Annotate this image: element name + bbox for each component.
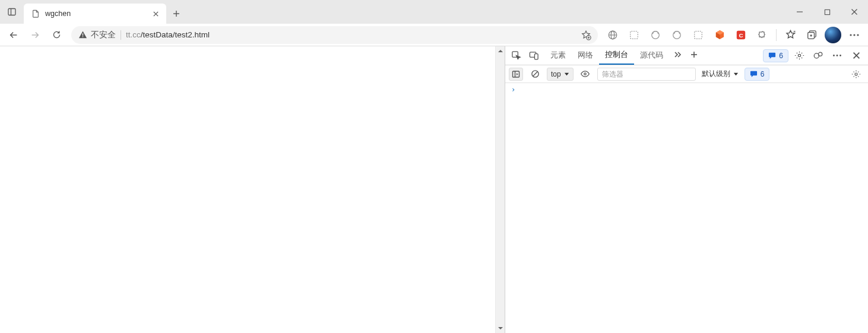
svg-point-52 [855, 73, 857, 75]
site-security-status[interactable]: 不安全 [78, 30, 116, 40]
extension-button-7[interactable]: C [731, 26, 751, 44]
caret-down-icon [733, 71, 739, 77]
c-badge-icon: C [736, 30, 746, 40]
svg-point-39 [798, 54, 800, 56]
devtools-close-button[interactable] [848, 47, 864, 64]
devtools-settings-button[interactable] [791, 47, 807, 64]
svg-rect-47 [513, 71, 519, 77]
collections-button[interactable] [802, 26, 822, 44]
devtools-tab-console[interactable]: 控制台 [599, 46, 634, 65]
profile-button[interactable] [823, 26, 843, 44]
settings-menu-button[interactable] [844, 26, 864, 44]
plus-icon [690, 50, 698, 59]
extension-button-3[interactable] [645, 26, 666, 44]
arrow-right-icon [30, 30, 40, 40]
circle-arc-icon [650, 30, 661, 40]
nav-back-button[interactable] [4, 26, 24, 44]
browser-tab[interactable]: wgchen [24, 4, 166, 24]
console-settings-button[interactable] [848, 66, 864, 83]
more-horizontal-icon [832, 54, 842, 57]
window-close-button[interactable] [841, 0, 868, 24]
page-body[interactable] [0, 46, 495, 333]
context-value: top [551, 70, 561, 78]
refresh-icon [52, 30, 62, 40]
close-icon [851, 8, 858, 15]
panel-left-icon [512, 70, 520, 78]
console-context-select[interactable]: top [547, 68, 574, 81]
tab-label: 控制台 [605, 50, 628, 60]
console-filter-input[interactable] [597, 68, 696, 81]
console-level-select[interactable]: 默认级别 [699, 69, 741, 79]
window-minimize-button[interactable] [786, 0, 813, 24]
window-maximize-button[interactable] [813, 0, 841, 24]
caret-up-icon [498, 48, 503, 54]
extension-button-2[interactable] [624, 26, 644, 44]
scroll-up-button[interactable] [496, 46, 505, 56]
devtools-menu-button[interactable] [829, 47, 845, 64]
svg-rect-36 [534, 54, 538, 59]
extension-button-1[interactable] [603, 26, 623, 44]
titlebar-drag-area [186, 0, 786, 24]
devtools-more-tabs-button[interactable] [669, 46, 686, 63]
issues-count: 6 [779, 52, 783, 60]
console-prompt-icon: › [511, 85, 515, 94]
tab-title: wgchen [45, 9, 145, 18]
page-icon [31, 9, 40, 18]
nav-refresh-button[interactable] [46, 26, 66, 44]
svg-point-31 [850, 34, 851, 36]
svg-rect-23 [695, 31, 702, 39]
page-scrollbar[interactable] [495, 46, 505, 333]
security-label: 不安全 [91, 30, 116, 40]
message-icon [750, 70, 758, 78]
device-toggle-button[interactable] [525, 47, 542, 64]
new-tab-button[interactable] [166, 9, 186, 18]
warning-icon [78, 30, 87, 39]
devtools-feedback-button[interactable] [810, 47, 826, 64]
svg-rect-20 [631, 31, 638, 39]
favorites-button[interactable] [780, 26, 800, 44]
url-path: /testData/test2.html [141, 30, 210, 39]
nav-forward-button[interactable] [25, 26, 45, 44]
svg-rect-0 [8, 9, 15, 15]
devices-icon [529, 50, 539, 61]
browser-toolbar: 不安全 tt.cc/testData/test2.html C [0, 24, 868, 46]
svg-point-33 [857, 34, 859, 36]
document-icon [31, 9, 40, 18]
tab-label: 元素 [550, 50, 566, 61]
devtools-add-tab-button[interactable] [686, 46, 702, 63]
scroll-track[interactable] [496, 56, 505, 324]
toolbar-separator [776, 29, 777, 41]
devtools-tab-sources[interactable]: 源代码 [634, 46, 669, 65]
svg-point-41 [818, 52, 822, 56]
close-icon [853, 52, 860, 59]
svg-point-32 [853, 34, 855, 36]
svg-rect-12 [83, 33, 83, 36]
minimize-icon [796, 8, 803, 15]
console-sidebar-toggle[interactable] [509, 68, 523, 81]
avatar-icon [825, 27, 841, 43]
add-favorite-button[interactable] [578, 27, 594, 43]
devtools-tab-network[interactable]: 网络 [572, 46, 599, 65]
scroll-down-button[interactable] [496, 324, 505, 333]
dashed-square-icon [629, 30, 639, 40]
tab-close-button[interactable] [150, 8, 161, 20]
console-output[interactable]: › [505, 83, 868, 333]
gear-icon [851, 69, 861, 79]
inspect-element-button[interactable] [508, 47, 524, 64]
address-bar[interactable]: 不安全 tt.cc/testData/test2.html [71, 26, 598, 44]
console-live-expression-button[interactable] [577, 66, 594, 83]
close-icon [153, 11, 159, 17]
extension-button-6[interactable] [709, 26, 730, 44]
chevrons-right-icon [673, 50, 682, 59]
console-clear-button[interactable] [527, 66, 543, 83]
devtools-issues-badge[interactable]: 6 [763, 49, 788, 62]
extensions-menu-button[interactable] [752, 26, 772, 44]
devtools-tab-elements[interactable]: 元素 [544, 46, 572, 65]
extension-button-4[interactable] [667, 26, 687, 44]
tab-label: 网络 [578, 50, 593, 61]
extension-button-5[interactable] [688, 26, 708, 44]
plus-icon [172, 9, 180, 18]
tab-actions-button[interactable] [0, 7, 24, 17]
console-messages-badge[interactable]: 6 [745, 68, 770, 81]
message-icon [768, 52, 776, 59]
